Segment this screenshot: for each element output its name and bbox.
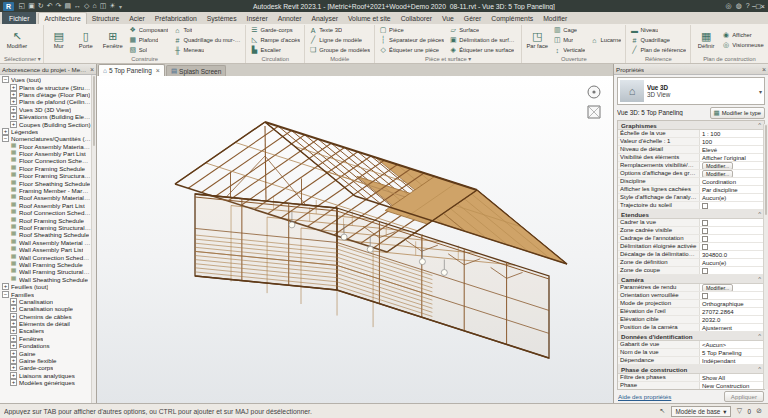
ribbon-tab-inserer[interactable]: Insérer	[242, 13, 273, 24]
property-value[interactable]: Aucun(e)	[700, 259, 764, 266]
property-value[interactable]: 2032.0	[700, 316, 764, 323]
tree-item-fondations[interactable]: +Fondations	[0, 342, 91, 349]
project-browser-close-icon[interactable]: ×	[90, 66, 94, 73]
collapse-icon[interactable]: −	[2, 76, 9, 83]
ribbon-button-ligne-de-modele[interactable]: ╱Ligne de modèle	[307, 35, 372, 45]
ribbon-tab-structure[interactable]: Structure	[87, 13, 125, 24]
tree-item-vues-3d-3d-view[interactable]: +Vues 3D (3D View)	[0, 106, 91, 113]
expand-icon[interactable]: +	[10, 335, 17, 342]
collapse-icon[interactable]: −	[2, 291, 9, 298]
checkbox-icon[interactable]	[702, 220, 708, 226]
tree-item-floor-assembly-material-takeoff[interactable]: ▦Floor Assembly Material Takeoff	[0, 143, 91, 150]
ribbon-tab-prefabrication[interactable]: Préfabrication	[150, 13, 202, 24]
edit-button[interactable]: Modifier...	[702, 170, 733, 177]
ribbon-tab-systemes[interactable]: Systèmes	[202, 13, 242, 24]
expand-icon[interactable]: +	[10, 121, 17, 128]
expand-icon[interactable]: +	[2, 283, 9, 290]
app-menu-button[interactable]: R	[3, 2, 14, 11]
print-icon[interactable]: ▤	[64, 2, 71, 9]
property-value[interactable]	[700, 202, 764, 209]
property-value[interactable]: Orthographique	[700, 300, 764, 307]
ribbon-button-groupe-de-modeles[interactable]: ❏Groupe de modèles	[307, 45, 372, 55]
property-value[interactable]	[700, 227, 764, 234]
tree-item-floor-connection-schedule[interactable]: ▦Floor Connection Schedule	[0, 157, 91, 164]
ribbon-button-plafond[interactable]: ▦Plafond	[127, 35, 171, 45]
property-section-camera[interactable]: Caméra^	[618, 275, 764, 284]
ribbon-tab-modifier[interactable]: Modifier	[538, 13, 572, 24]
property-value[interactable]: Modifier...	[700, 170, 764, 177]
ribbon-button-plan-de-reference[interactable]: ╱Plan de référence	[628, 45, 688, 55]
properties-header[interactable]: Propriétés ×	[614, 64, 768, 75]
save-icon[interactable]: ▣	[28, 2, 35, 9]
open-icon[interactable]: ◱	[19, 2, 26, 9]
tree-item-wall-framing-schedule[interactable]: ▦Wall Framing Schedule	[0, 261, 91, 268]
property-section-phase-de-construction[interactable]: Phase de construction^	[618, 365, 764, 374]
expand-icon[interactable]: +	[10, 364, 17, 371]
property-value[interactable]	[700, 243, 764, 250]
property-value[interactable]: Modifier...	[700, 162, 764, 169]
property-value[interactable]: 1 : 100	[700, 130, 764, 137]
properties-scrollbar[interactable]	[763, 124, 768, 389]
tree-item-vues-tout[interactable]: −Vues (tout)	[0, 76, 91, 83]
expand-icon[interactable]: +	[10, 327, 17, 334]
ribbon-button-verticale[interactable]: ↕Verticale	[551, 45, 587, 55]
property-value[interactable]: Afficher l'original	[700, 154, 764, 161]
tree-item-coupes-building-section[interactable]: +Coupes (Building Section)	[0, 120, 91, 127]
tree-item-floor-assembly-part-list[interactable]: ▦Floor Assembly Part List	[0, 150, 91, 157]
expand-icon[interactable]: +	[10, 313, 17, 320]
tree-item-fenetres[interactable]: +Fenêtres	[0, 335, 91, 342]
tree-item-roof-connection-schedule[interactable]: ▦Roof Connection Schedule	[0, 209, 91, 216]
close-icon[interactable]: ×	[761, 2, 765, 11]
search-icon[interactable]: ◎	[726, 2, 732, 9]
tree-item-roof-assembly-part-list[interactable]: ▦Roof Assembly Part List	[0, 202, 91, 209]
edit-button[interactable]: Modifier...	[702, 284, 733, 291]
property-value[interactable]: Modifier...	[700, 284, 764, 291]
property-value[interactable]	[700, 235, 764, 242]
ribbon-tab-gerer[interactable]: Gérer	[459, 13, 486, 24]
ribbon-button-definir[interactable]: ▦Définir	[693, 25, 719, 55]
expand-icon[interactable]: +	[10, 357, 17, 364]
expand-icon[interactable]: +	[10, 113, 17, 120]
property-value[interactable]: Par discipline	[700, 186, 764, 193]
ribbon-button-visionneuse[interactable]: ◎Visionneuse	[720, 40, 765, 50]
drawing-area[interactable]	[97, 76, 613, 403]
project-browser-scrollbar[interactable]	[91, 75, 96, 403]
select-arrow-icon[interactable]: ↖	[658, 407, 668, 415]
tree-item-elevations-building-elevation[interactable]: +Elévations (Building Elevation)	[0, 113, 91, 120]
ribbon-button-par-face[interactable]: ◳Par face	[524, 25, 550, 55]
tree-item-wall-framing-structural-usage-schedule[interactable]: ▦Wall Framing Structural Usage Schedule	[0, 268, 91, 275]
qat-customize-chevron-icon[interactable]: ▾	[119, 3, 122, 10]
ribbon-button-escalier[interactable]: ▙Escalier	[248, 45, 302, 55]
undo-icon[interactable]: ↶	[47, 2, 53, 9]
ribbon-button-niveau[interactable]: ▬Niveau	[628, 25, 688, 35]
ribbon-button-porte[interactable]: ▯Porte	[73, 25, 99, 55]
tree-item-roof-sheathing-schedule[interactable]: ▦Roof Sheathing Schedule	[0, 231, 91, 238]
tree-item-roof-framing-structural-usage-schedule[interactable]: ▦Roof Framing Structural Usage Schedule	[0, 224, 91, 231]
sync-icon[interactable]: ↻	[38, 2, 44, 9]
tree-item-floor-framing-structural-usage-schedule[interactable]: ▦Floor Framing Structural Usage Schedule	[0, 172, 91, 179]
ribbon-button-garde-corps[interactable]: ☰Garde-corps	[248, 25, 302, 35]
ribbon-button-surface[interactable]: ▱Surface	[447, 25, 519, 35]
checkbox-icon[interactable]	[702, 244, 708, 250]
tree-item-plans-de-plafond-ceiling-plan[interactable]: +Plans de plafond (Ceiling Plan)	[0, 98, 91, 105]
expand-icon[interactable]: +	[10, 91, 17, 98]
ribbon-tab-analyser[interactable]: Analyser	[307, 13, 343, 24]
tree-item-escaliers[interactable]: +Escaliers	[0, 327, 91, 334]
tag-icon[interactable]: ◇	[84, 2, 89, 9]
tree-item-liaisons-analytiques[interactable]: +Liaisons analytiques	[0, 372, 91, 379]
ribbon-button-afficher[interactable]: ◉Afficher	[720, 30, 765, 40]
property-value[interactable]: 5 Top Paneling	[700, 349, 764, 356]
tree-item-gaine[interactable]: +Gaine	[0, 349, 91, 356]
redo-icon[interactable]: ↷	[56, 2, 62, 9]
tree-item-plans-de-structure-structural-plan[interactable]: +Plans de structure (Structural Plan)	[0, 83, 91, 90]
project-browser-header[interactable]: Arborescence du projet - Metric+Roof+202…	[0, 64, 96, 75]
tree-item-gaine-flexible[interactable]: +Gaine flexible	[0, 357, 91, 364]
ribbon-button-toit[interactable]: ⌂Toit	[171, 25, 243, 35]
tree-item-wall-assembly-material-takeoff[interactable]: ▦Wall Assembly Material Takeoff	[0, 239, 91, 246]
expand-icon[interactable]: +	[10, 372, 17, 379]
section-icon[interactable]: ◫	[100, 2, 107, 9]
tree-item-legendes[interactable]: +Légendes	[0, 128, 91, 135]
checkbox-icon[interactable]	[702, 228, 708, 234]
property-section-donnees-d-identification[interactable]: Données d'identification^	[618, 332, 764, 341]
expand-icon[interactable]: +	[2, 128, 9, 135]
